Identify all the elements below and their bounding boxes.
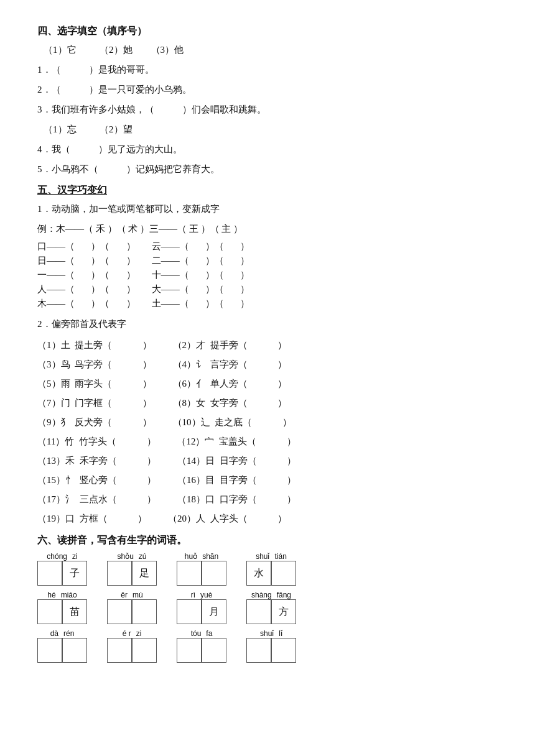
char-box	[177, 599, 202, 624]
radical-row8: （15）忄 竖心旁（ ） （16）目 目字旁（ ）	[37, 471, 498, 489]
char-box: 苗	[62, 599, 87, 624]
section6-title: 六、读拼音，写含有生字的词语。	[37, 534, 498, 547]
radical-row7: （13）禾 禾字旁（ ） （14）日 日字旁（ ）	[37, 451, 498, 470]
char-box	[132, 638, 157, 663]
section4-line5: 5．小乌鸦不（ ）记妈妈把它养育大。	[37, 161, 498, 178]
section4-options2: （1）忘 （2）望	[37, 121, 498, 138]
char-box	[246, 638, 271, 663]
word-shang-fang: shàng fāng 方	[246, 591, 296, 624]
word-huo-shan: huǒ shān	[177, 552, 226, 586]
section4-line1: 1．（ ）是我的哥哥。	[37, 62, 498, 78]
char-box	[62, 638, 87, 663]
word-er-zi: é r zi	[107, 629, 157, 663]
word-er-mu: ěr mù	[107, 591, 157, 624]
char-box	[37, 561, 62, 586]
char-box	[107, 638, 132, 663]
radical-row1: （1）土 提土旁（ ） （2）才 提手旁（ ）	[37, 336, 498, 354]
radical-row10: （19）口 方框（ ） （20）人 人字头（ ）	[37, 509, 498, 528]
radical-row6: （11）竹 竹字头（ ） （12）宀 宝盖头（ ）	[37, 432, 498, 451]
section6-row3-pinyin: dà rén é r zi tóu fa	[37, 629, 498, 663]
section5-sub2: 2．偏旁部首及代表字	[37, 316, 498, 333]
char-box	[246, 599, 271, 624]
radical-row5: （9）犭 反犬旁（ ） （10）辶 走之底（ ）	[37, 413, 498, 431]
radical-row9: （17）氵 三点水（ ） （18）口 口字旁（ ）	[37, 490, 498, 509]
section4-title: 四、选字填空（填序号）	[37, 25, 498, 38]
char-box: 方	[271, 599, 296, 624]
char-box	[202, 638, 226, 663]
grid-row1: 口——（ ）（ ） 云——（ ）（ ）	[37, 241, 498, 252]
char-box	[37, 638, 62, 663]
word-tou-fa: tóu fa	[177, 629, 226, 663]
char-box: 子	[62, 561, 87, 586]
section4-line2: 2．（ ）是一只可爱的小乌鸦。	[37, 81, 498, 98]
grid-row4: 人——（ ）（ ） 大——（ ）（ ）	[37, 284, 498, 295]
word-shou-zu: shǒu zú 足	[107, 552, 157, 586]
word-shui-tian: shuǐ tián 水	[246, 552, 296, 586]
section6-row2-pinyin: hé miáo 苗 ěr mù rì yuè	[37, 591, 498, 624]
word-he-miao: hé miáo 苗	[37, 591, 87, 624]
section5: 五、汉字巧变幻 1．动动脑，加一笔或两笔都可以，变新成字 例：木——（ 禾 ）（…	[37, 184, 498, 528]
section4-line4: 4．我（ ）见了远方的大山。	[37, 141, 498, 158]
char-box	[271, 561, 296, 586]
section5-example: 例：木——（ 禾 ）（ 术 ）三——（ 王 ）（ 主 ）	[37, 221, 498, 237]
char-box	[37, 599, 62, 624]
char-box	[132, 599, 157, 624]
radical-row2: （3）鸟 鸟字旁（ ） （4）讠 言字旁（ ）	[37, 355, 498, 374]
word-shui-li: shuǐ lǐ	[246, 629, 296, 663]
char-box	[107, 561, 132, 586]
section5-sub1: 1．动动脑，加一笔或两笔都可以，变新成字	[37, 201, 498, 218]
section6: 六、读拼音，写含有生字的词语。 chóng zi 子 shǒu zú 足	[37, 534, 498, 663]
char-box	[107, 599, 132, 624]
grid-row3: 一——（ ）（ ） 十——（ ）（ ）	[37, 269, 498, 281]
word-da-ren: dà rén	[37, 629, 87, 663]
char-box: 水	[246, 561, 271, 586]
grid-row5: 木——（ ）（ ） 土——（ ）（ ）	[37, 298, 498, 310]
section4-options: （1）它 （2）她 （3）他	[37, 42, 498, 58]
char-box	[177, 638, 202, 663]
char-box	[271, 638, 296, 663]
char-box: 足	[132, 561, 157, 586]
char-box: 月	[202, 599, 226, 624]
radical-row3: （5）雨 雨字头（ ） （6）亻 单人旁（ ）	[37, 374, 498, 393]
section6-row1-pinyin: chóng zi 子 shǒu zú 足 huǒ shān	[37, 552, 498, 586]
radical-row4: （7）门 门字框（ ） （8）女 女字旁（ ）	[37, 394, 498, 412]
char-box	[177, 561, 202, 586]
char-box	[202, 561, 226, 586]
word-chong-zi: chóng zi 子	[37, 552, 87, 586]
section4-line3: 3．我们班有许多小姑娘，（ ）们会唱歌和跳舞。	[37, 101, 498, 118]
section4: 四、选字填空（填序号） （1）它 （2）她 （3）他 1．（ ）是我的哥哥。 2…	[37, 25, 498, 178]
section5-title: 五、汉字巧变幻	[37, 184, 498, 197]
grid-row2: 日——（ ）（ ） 二——（ ）（ ）	[37, 255, 498, 267]
word-ri-yue: rì yuè 月	[177, 591, 226, 624]
